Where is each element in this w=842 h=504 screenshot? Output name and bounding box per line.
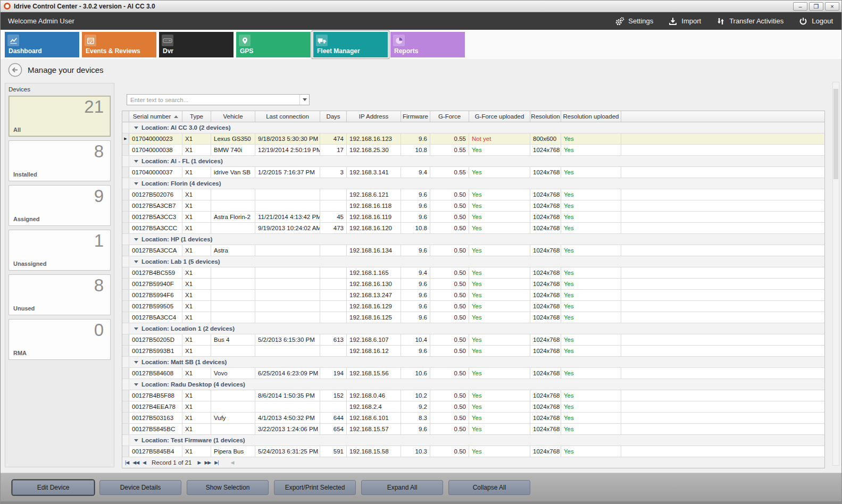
filter-card-installed[interactable]: 8Installed [9, 140, 111, 181]
group-row[interactable]: Location: Al CC 3.0 (2 devices) [122, 122, 824, 133]
group-row[interactable]: Location: Al - FL (1 devices) [122, 156, 824, 167]
cell-ip: 192.168.16.118 [347, 200, 401, 211]
column-header-type[interactable]: Type [182, 111, 211, 122]
import-button[interactable]: Import [668, 16, 701, 26]
column-header-g-force-uploaded[interactable]: G-Force uploaded [469, 111, 530, 122]
tab-dashboard[interactable]: Dashboard [5, 32, 79, 57]
collapse-group-icon[interactable] [134, 127, 138, 129]
group-row[interactable]: Location: HP (1 devices) [122, 234, 824, 245]
column-header-last-connection[interactable]: Last connection [255, 111, 320, 122]
column-header-ip-address[interactable]: IP Address [347, 111, 401, 122]
group-row[interactable]: Location: Matt SB (1 devices) [122, 357, 824, 368]
device-row[interactable]: 00127B5845B4X1Pipera Bus5/24/2013 6:31:2… [122, 446, 824, 457]
prev-page-icon[interactable]: ◀◀ [132, 460, 139, 465]
filter-card-rma[interactable]: 0RMA [9, 319, 111, 360]
edit-device-button[interactable]: Edit Device [12, 480, 94, 495]
device-row[interactable]: 00127B599505X1192.168.16.1299.60.50Yes10… [122, 301, 824, 312]
column-header-firmware[interactable]: Firmware [401, 111, 430, 122]
device-row[interactable]: 00127B4EEA78X1192.168.2.49.20.50Yes1024x… [122, 401, 824, 413]
group-row[interactable]: Location: Radu Desktop (4 devices) [122, 379, 824, 390]
maximize-button[interactable]: ❐ [809, 2, 823, 11]
expand-all-button[interactable]: Expand All [361, 480, 443, 495]
collapse-group-icon[interactable] [134, 327, 138, 330]
collapse-group-icon[interactable] [134, 182, 138, 185]
tab-events-reviews[interactable]: Events & Reviews [82, 32, 156, 57]
device-row[interactable]: 00127B5A3CB7X1192.168.16.1189.60.50Yes10… [122, 200, 824, 212]
cell-last-connection [255, 401, 320, 412]
device-row[interactable]: 00127B4B5F88X18/6/2014 1:50:35 PM152192.… [122, 390, 824, 401]
device-row[interactable]: 017040000038X1BMW 740i12/19/2014 2:50:19… [122, 145, 824, 156]
device-row[interactable]: 00127B5A3CCCX19/19/2013 10:24:02 AM47319… [122, 223, 824, 234]
tab-dvr[interactable]: Dvr [159, 32, 234, 57]
show-selection-button[interactable]: Show Selection [187, 480, 269, 495]
cell-serial: 00127B4EEA78 [129, 401, 182, 412]
tab-gps[interactable]: GPS [236, 32, 311, 57]
combo-dropdown-button[interactable] [299, 95, 309, 105]
device-row[interactable]: 00127B5A3CCAX1Astra192.168.16.1349.60.50… [122, 245, 824, 256]
device-row[interactable]: 017040000037X1idrive Van SB1/2/2015 7:16… [122, 167, 824, 178]
device-row[interactable]: 00127B4BC559X1192.168.1.1659.40.50Yes102… [122, 267, 824, 279]
collapse-all-button[interactable]: Collapse All [448, 480, 530, 495]
next-page-icon[interactable]: ▶▶ [204, 460, 211, 465]
cell-gforce-uploaded: Yes [469, 334, 530, 345]
transfer-activities-button[interactable]: Transfer Activities [716, 16, 783, 26]
collapse-group-icon[interactable] [134, 160, 138, 163]
filter-card-assigned[interactable]: 9Assigned [9, 185, 111, 226]
device-row[interactable]: 00127B5A3CC4X1192.168.16.1259.60.50Yes10… [122, 312, 824, 323]
logout-button[interactable]: Logout [798, 16, 833, 26]
device-row[interactable]: 00127B50205DX1Bus 45/2/2013 6:15:30 PM61… [122, 334, 824, 346]
first-record-icon[interactable]: |◀ [125, 460, 129, 465]
cell-gforce: 0.50 [430, 334, 469, 345]
collapse-group-icon[interactable] [134, 383, 138, 386]
cell-days [320, 401, 347, 412]
device-details-button[interactable]: Device Details [99, 480, 181, 495]
search-input[interactable] [127, 95, 299, 105]
scrollbar-thumb[interactable] [833, 89, 838, 179]
back-button[interactable] [8, 63, 22, 77]
cell-days [320, 301, 347, 312]
minimize-button[interactable]: – [793, 2, 807, 11]
export-print-selected-button[interactable]: Export/Print Selected [274, 480, 356, 495]
collapse-group-icon[interactable] [134, 261, 138, 263]
device-row[interactable]: 00127B59940FX1192.168.16.1309.60.50Yes10… [122, 279, 824, 290]
device-row[interactable]: 00127B502076X1192.168.6.1219.60.50Yes102… [122, 189, 824, 200]
cell-resolution-uploaded: Yes [561, 245, 621, 256]
device-row[interactable]: 00127B584608X1Vovo6/25/2014 6:23:09 PM19… [122, 368, 824, 379]
column-header-serial-number[interactable]: Serial number [129, 111, 182, 122]
device-row[interactable]: 00127B5845BCX13/22/2013 1:24:06 PM654192… [122, 424, 824, 435]
vertical-scrollbar[interactable] [832, 82, 839, 466]
grid-header-row: Serial numberTypeVehicleLast connectionD… [122, 111, 824, 122]
collapse-group-icon[interactable] [134, 439, 138, 442]
scroll-left-icon[interactable]: ◀ [231, 460, 234, 465]
device-row[interactable]: ▶017040000023X1Lexus GS3509/18/2013 5:30… [122, 133, 824, 145]
column-header-resolution-uploaded[interactable]: Resolution uploaded [561, 111, 621, 122]
column-header-resolution[interactable]: Resolution [530, 111, 561, 122]
device-row[interactable]: 00127B5A3CC3X1Astra Florin-211/21/2014 4… [122, 212, 824, 223]
device-row[interactable]: 00127B503163X1Vufy4/1/2013 4:50:32 PM644… [122, 413, 824, 424]
last-record-icon[interactable]: ▶| [214, 460, 218, 465]
column-header-filler [621, 111, 824, 122]
tab-reports[interactable]: Reports [390, 32, 465, 57]
cell-days: 17 [320, 145, 347, 155]
cell-days [320, 279, 347, 289]
filter-card-all[interactable]: 21All [9, 96, 111, 137]
device-row[interactable]: 00127B5994F6X1192.168.13.2479.60.50Yes10… [122, 290, 824, 301]
settings-button[interactable]: Settings [615, 16, 653, 26]
next-record-icon[interactable]: ▶ [197, 460, 201, 465]
group-row[interactable]: Location: Location 1 (2 devices) [122, 323, 824, 334]
group-row[interactable]: Location: Lab 1 (5 devices) [122, 256, 824, 267]
column-header-days[interactable]: Days [320, 111, 347, 122]
prev-record-icon[interactable]: ◀ [143, 460, 146, 465]
filter-card-unused[interactable]: 8Unused [9, 274, 111, 315]
close-button[interactable]: × [825, 2, 839, 11]
collapse-group-icon[interactable] [134, 238, 138, 241]
column-header-vehicle[interactable]: Vehicle [211, 111, 255, 122]
filter-card-unassigned[interactable]: 1Unassigned [9, 230, 111, 271]
device-row[interactable]: 00127B5993B1X1192.168.16.129.60.50Yes102… [122, 346, 824, 357]
group-row[interactable]: Location: Test Firmware (1 devices) [122, 435, 824, 446]
collapse-group-icon[interactable] [134, 361, 138, 364]
tab-fleet-manager[interactable]: Fleet Manager [313, 32, 388, 57]
column-header-g-force[interactable]: G-Force [430, 111, 469, 122]
row-indicator [122, 234, 129, 245]
group-row[interactable]: Location: Florin (4 devices) [122, 178, 824, 189]
